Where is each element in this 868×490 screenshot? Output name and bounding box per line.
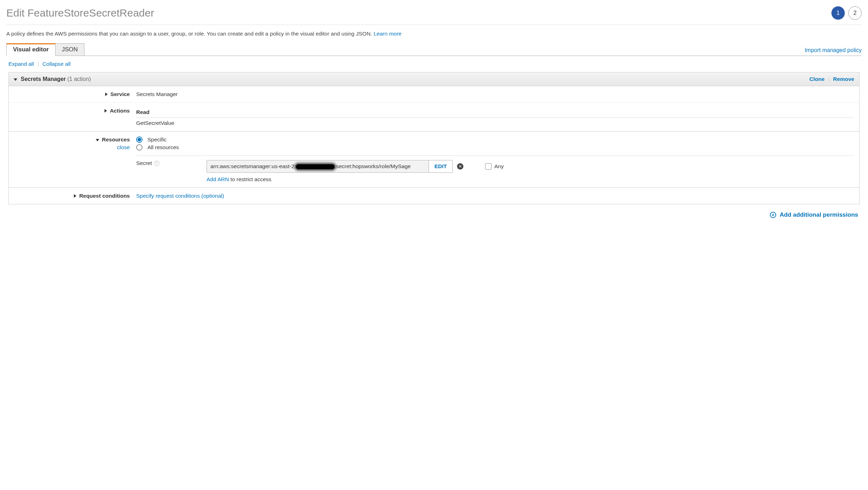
resources-toggle[interactable]: Resources xyxy=(96,136,130,143)
radio-all-label: All resources xyxy=(147,144,179,151)
step-2[interactable]: 2 xyxy=(848,6,862,20)
remove-button[interactable]: Remove xyxy=(833,76,854,82)
panel-actions: Clone | Remove xyxy=(810,76,854,82)
resources-row: Resources close Specific All resources S… xyxy=(9,131,859,187)
add-arn-row: Add ARN to restrict access xyxy=(207,176,854,183)
service-label: Service xyxy=(110,91,130,97)
tab-json[interactable]: JSON xyxy=(55,43,84,56)
footer-row: + Add additional permissions xyxy=(6,204,862,218)
actions-row: Actions Read GetSecretValue xyxy=(9,102,859,131)
step-1[interactable]: 1 xyxy=(831,6,845,20)
actions-label: Actions xyxy=(110,108,130,114)
arn-text: arn:aws:secretsmanager:us-east-2::secret… xyxy=(207,160,429,172)
panel-title: Secrets Manager (1 action) xyxy=(14,76,91,82)
edit-arn-button[interactable]: EDIT xyxy=(429,160,452,172)
clone-button[interactable]: Clone xyxy=(810,76,825,82)
tabs: Visual editor JSON xyxy=(6,43,84,56)
separator: | xyxy=(828,76,830,82)
arn-row: arn:aws:secretsmanager:us-east-2::secret… xyxy=(207,160,854,173)
conditions-label: Request conditions xyxy=(79,193,130,199)
secret-label: Secret xyxy=(136,160,152,166)
panel-body: Service Secrets Manager Actions Read Get… xyxy=(9,86,859,204)
radio-all[interactable]: All resources xyxy=(136,144,854,151)
resources-close-link[interactable]: close xyxy=(117,144,130,151)
radio-specific-input[interactable] xyxy=(136,136,142,143)
remove-arn-icon[interactable]: ✕ xyxy=(457,163,463,170)
actions-row-label[interactable]: Actions xyxy=(14,108,130,126)
any-checkbox[interactable] xyxy=(485,163,492,170)
redacted-account-id xyxy=(296,164,335,169)
service-name-label: Secrets Manager xyxy=(21,76,66,82)
actions-group-header: Read xyxy=(136,108,854,118)
description-text: A policy defines the AWS permissions tha… xyxy=(6,31,372,37)
chevron-right-icon xyxy=(105,91,108,97)
conditions-row-label[interactable]: Request conditions xyxy=(14,193,130,199)
service-row-label[interactable]: Service xyxy=(14,91,130,97)
radio-specific[interactable]: Specific xyxy=(136,136,854,143)
expand-all-link[interactable]: Expand all xyxy=(8,61,34,67)
arn-box: arn:aws:secretsmanager:us-east-2::secret… xyxy=(207,160,453,173)
expand-collapse-row: Expand all | Collapse all xyxy=(6,56,862,72)
any-label: Any xyxy=(494,163,504,170)
panel-header[interactable]: Secrets Manager (1 action) Clone | Remov… xyxy=(9,72,859,86)
chevron-down-icon xyxy=(14,76,17,82)
actions-content: Read GetSecretValue xyxy=(136,108,854,126)
plus-icon: + xyxy=(770,212,776,218)
permission-panel: Secrets Manager (1 action) Clone | Remov… xyxy=(8,72,860,204)
header: Edit FeatureStoreSecretReader 1 2 xyxy=(6,6,862,25)
service-row: Service Secrets Manager xyxy=(9,86,859,102)
import-managed-policy-link[interactable]: Import managed policy xyxy=(805,47,862,56)
arn-prefix: arn:aws:secretsmanager:us-east-2: xyxy=(210,163,296,169)
resources-content: Specific All resources Secret ? xyxy=(136,136,854,183)
chevron-down-icon xyxy=(96,136,99,143)
collapse-all-link[interactable]: Collapse all xyxy=(42,61,70,67)
resources-label: Resources xyxy=(102,136,130,143)
add-arn-link[interactable]: Add ARN xyxy=(207,176,229,182)
any-option[interactable]: Any xyxy=(485,163,504,170)
tab-visual-editor[interactable]: Visual editor xyxy=(6,43,56,56)
service-value: Secrets Manager xyxy=(136,91,854,97)
add-arn-suffix: to restrict access xyxy=(229,176,272,182)
info-icon[interactable]: ? xyxy=(154,161,159,166)
description-row: A policy defines the AWS permissions tha… xyxy=(6,31,862,37)
page-title: Edit FeatureStoreSecretReader xyxy=(6,7,154,19)
tab-row: Visual editor JSON Import managed policy xyxy=(6,43,862,56)
resources-row-label: Resources close xyxy=(14,136,130,183)
wizard-steps: 1 2 xyxy=(831,6,862,20)
chevron-right-icon xyxy=(74,193,76,199)
action-item: GetSecretValue xyxy=(136,120,854,126)
secret-resource-line: Secret ? arn:aws:secretsmanager:us-east-… xyxy=(136,155,854,183)
secret-label-col: Secret ? xyxy=(136,160,207,166)
conditions-content: Specify request conditions (optional) xyxy=(136,193,854,199)
arn-suffix: :secret:hopsworks/role/MySage xyxy=(335,163,411,169)
secret-main: arn:aws:secretsmanager:us-east-2::secret… xyxy=(207,160,854,183)
add-permissions-label: Add additional permissions xyxy=(780,211,858,218)
add-permissions-button[interactable]: + Add additional permissions xyxy=(770,211,858,218)
learn-more-link[interactable]: Learn more xyxy=(374,31,401,37)
action-count-label: (1 action) xyxy=(68,76,91,82)
chevron-right-icon xyxy=(104,108,107,114)
radio-all-input[interactable] xyxy=(136,144,142,151)
radio-specific-label: Specific xyxy=(147,136,166,143)
specify-conditions-link[interactable]: Specify request conditions (optional) xyxy=(136,193,224,199)
separator: | xyxy=(37,61,39,67)
conditions-row: Request conditions Specify request condi… xyxy=(9,187,859,204)
